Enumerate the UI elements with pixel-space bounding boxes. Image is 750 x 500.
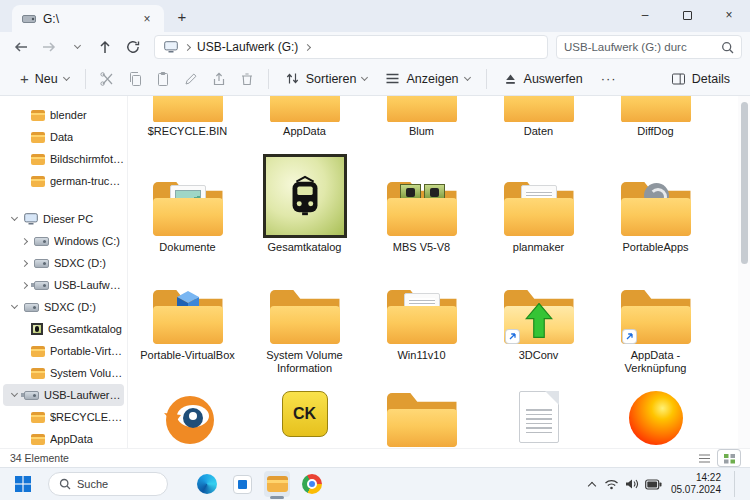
tree-item[interactable]: Bildschirmfotos xyxy=(3,148,124,170)
taskbar-apps xyxy=(194,471,325,497)
file-item[interactable]: 3DConv xyxy=(480,262,597,375)
file-item[interactable] xyxy=(480,387,597,457)
details-button[interactable]: Details xyxy=(663,65,738,93)
tree-item[interactable]: SDXC (D:) xyxy=(3,252,124,274)
sort-button[interactable]: Sortieren xyxy=(277,65,376,93)
tree-item[interactable]: USB-Laufwerk (G:) xyxy=(3,274,124,296)
chevron-right-icon[interactable] xyxy=(20,259,27,266)
chevron-down-icon[interactable] xyxy=(10,390,17,397)
rename-button[interactable] xyxy=(178,66,204,92)
chevron-down-icon[interactable] xyxy=(10,214,17,221)
drive-icon xyxy=(22,14,36,24)
file-item[interactable]: System Volume Information xyxy=(246,262,363,375)
file-item[interactable]: planmaker xyxy=(480,146,597,254)
tree-item[interactable]: AppData xyxy=(3,428,124,450)
hidden-icons-chevron[interactable] xyxy=(588,481,596,489)
tree-item[interactable]: german-truck-simu... xyxy=(3,170,124,192)
view-icon xyxy=(385,72,400,85)
clock-time: 14:22 xyxy=(671,472,721,484)
folder-icon xyxy=(31,412,45,423)
minimize-button[interactable]: – xyxy=(624,0,666,30)
share-button[interactable] xyxy=(206,66,232,92)
details-view-toggle[interactable] xyxy=(693,450,715,466)
file-item[interactable] xyxy=(363,387,480,457)
folder-icon xyxy=(31,154,45,165)
show-desktop-button[interactable] xyxy=(734,471,738,497)
chevron-down-icon[interactable] xyxy=(10,302,17,309)
volume-icon xyxy=(625,478,639,490)
file-item[interactable]: MBS V5-V8 xyxy=(363,146,480,254)
new-button[interactable]: + Neu xyxy=(12,65,77,93)
file-item[interactable]: $RECYCLE.BIN xyxy=(129,96,246,138)
file-item[interactable]: Gesamtkatalog xyxy=(246,146,363,254)
new-tab-button[interactable]: + xyxy=(170,4,194,28)
eject-button[interactable]: Auswerfen xyxy=(495,65,591,93)
file-item[interactable]: PortableApps xyxy=(597,146,714,254)
back-button[interactable] xyxy=(8,35,34,59)
tree-item[interactable]: SDXC (D:) xyxy=(3,296,124,318)
tree-item-this-pc[interactable]: Dieser PC xyxy=(3,208,124,230)
search-input[interactable] xyxy=(564,41,716,53)
tree-item[interactable]: System Volume In... xyxy=(3,362,124,384)
file-item[interactable]: CK xyxy=(246,387,363,457)
taskbar-app-file-explorer[interactable] xyxy=(264,471,290,497)
tab-close-icon[interactable]: × xyxy=(138,10,156,28)
cut-button[interactable] xyxy=(94,66,120,92)
taskbar-app-chrome[interactable] xyxy=(299,471,325,497)
file-item[interactable]: AppData xyxy=(246,96,363,138)
scrollbar-thumb[interactable] xyxy=(741,102,748,264)
file-item[interactable]: Blum xyxy=(363,96,480,138)
taskbar-app-edge[interactable] xyxy=(194,471,220,497)
tree-item[interactable]: Portable-VirtualBox xyxy=(3,340,124,362)
breadcrumb[interactable]: USB-Laufwerk (G:) xyxy=(154,35,548,59)
file-item[interactable]: DiffDog xyxy=(597,96,714,138)
breadcrumb-chevron-icon xyxy=(184,43,191,50)
tab-title: G:\ xyxy=(43,12,131,26)
refresh-button[interactable] xyxy=(120,35,146,59)
vertical-scrollbar[interactable] xyxy=(738,96,750,481)
taskbar-clock[interactable]: 14:22 05.07.2024 xyxy=(671,472,721,496)
this-pc-icon xyxy=(164,41,178,53)
tree-item-selected[interactable]: USB-Laufwerk (G:) xyxy=(3,384,124,406)
maximize-button[interactable] xyxy=(666,0,708,30)
folder-with-image-icon xyxy=(150,180,226,238)
tray-icons[interactable] xyxy=(604,478,662,490)
recent-locations-button[interactable] xyxy=(64,35,90,59)
tree-item[interactable]: blender xyxy=(3,104,124,126)
folder-icon xyxy=(31,110,45,121)
folder-icon xyxy=(267,96,343,122)
thumbnail-view-toggle[interactable] xyxy=(718,450,740,466)
tree-item[interactable]: Gesamtkatalog xyxy=(3,318,124,340)
search-box[interactable] xyxy=(556,35,742,59)
view-button[interactable]: Anzeigen xyxy=(377,65,477,93)
more-options-button[interactable]: ··· xyxy=(593,71,625,86)
item-count: 34 Elemente xyxy=(10,452,69,464)
command-bar: + Neu Sortieren Anzeig xyxy=(0,62,750,96)
taskbar-app[interactable] xyxy=(229,471,255,497)
file-item[interactable]: Dokumente xyxy=(129,146,246,254)
copy-button[interactable] xyxy=(122,66,148,92)
chevron-right-icon[interactable] xyxy=(20,237,27,244)
taskbar-search[interactable]: Suche xyxy=(48,472,168,496)
chrome-icon xyxy=(302,474,322,494)
refresh-icon xyxy=(126,40,140,54)
usb-drive-icon xyxy=(34,281,49,290)
file-item[interactable] xyxy=(129,387,246,457)
file-item[interactable]: AppData - Verknüpfung xyxy=(597,262,714,375)
breadcrumb-path[interactable]: USB-Laufwerk (G:) xyxy=(197,40,298,54)
delete-button[interactable] xyxy=(234,66,260,92)
close-button[interactable]: × xyxy=(708,0,750,30)
start-button[interactable] xyxy=(8,471,38,497)
up-button[interactable] xyxy=(92,35,118,59)
file-item[interactable]: Win11v10 xyxy=(363,262,480,375)
file-item[interactable] xyxy=(597,387,714,457)
file-item[interactable]: Portable-VirtualBox xyxy=(129,262,246,375)
tree-item[interactable]: Windows (C:) xyxy=(3,230,124,252)
tree-item[interactable]: Data xyxy=(3,126,124,148)
tree-item[interactable]: $RECYCLE.BIN xyxy=(3,406,124,428)
chevron-right-icon[interactable] xyxy=(20,281,27,288)
explorer-tab[interactable]: G:\ × xyxy=(12,5,164,32)
paste-button[interactable] xyxy=(150,66,176,92)
forward-button[interactable] xyxy=(36,35,62,59)
file-item[interactable]: Daten xyxy=(480,96,597,138)
